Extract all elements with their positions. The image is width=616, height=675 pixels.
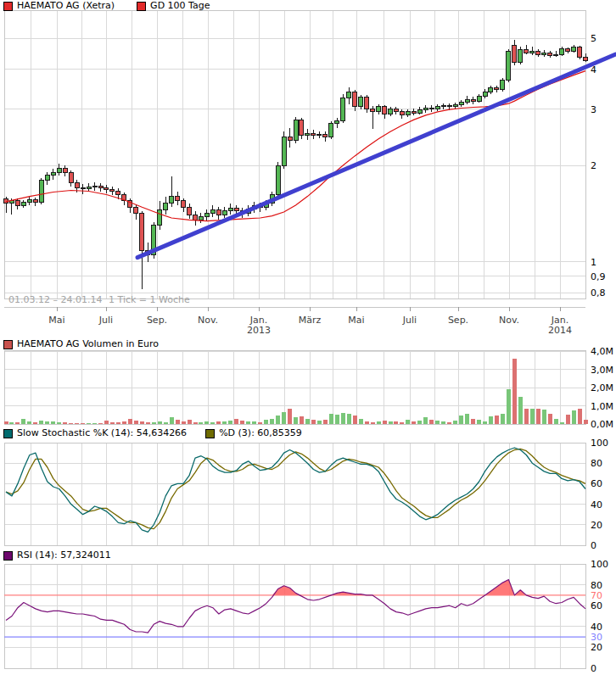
svg-text:0,8: 0,8 (591, 287, 606, 298)
price-series-label: HAEMATO AG (Xetra) (17, 1, 115, 11)
stoch-k-label: Slow Stochastic %K (14): 54,634266 (17, 428, 187, 438)
svg-text:2014: 2014 (548, 325, 572, 336)
stochastic-legend: Slow Stochastic %K (14): 54,634266 %D (3… (3, 428, 302, 438)
gd100-swatch-icon (137, 2, 146, 11)
gd100-legend-item: GD 100 Tage (137, 1, 210, 11)
svg-text:80: 80 (591, 580, 602, 591)
svg-text:4,0M: 4,0M (591, 346, 613, 357)
volume-bars (4, 359, 588, 425)
svg-text:20: 20 (591, 520, 602, 531)
stoch-d-legend-item: %D (3): 60,85359 (205, 428, 302, 438)
svg-text:Nov.: Nov. (198, 315, 218, 326)
svg-text:1 Tick = 1 Woche: 1 Tick = 1 Woche (109, 294, 190, 305)
svg-text:80: 80 (591, 458, 602, 469)
svg-text:5: 5 (591, 33, 596, 44)
svg-text:2,0M: 2,0M (591, 382, 613, 393)
svg-text:100: 100 (591, 559, 608, 570)
volume-legend-item: HAEMATO AG Volumen in Euro (3, 339, 159, 349)
svg-text:0: 0 (591, 540, 596, 551)
svg-text:01.03.12 – 24.01.14: 01.03.12 – 24.01.14 (8, 294, 102, 305)
candle-bodies (4, 45, 588, 254)
stoch-k-legend-item: Slow Stochastic %K (14): 54,634266 (3, 428, 187, 438)
rsi-pane (4, 580, 585, 638)
svg-text:70: 70 (591, 590, 602, 601)
price-series-legend-item: HAEMATO AG (Xetra) (3, 1, 115, 11)
svg-text:Nov.: Nov. (499, 315, 519, 326)
volume-label: HAEMATO AG Volumen in Euro (17, 339, 159, 349)
svg-text:1,0M: 1,0M (591, 401, 613, 412)
svg-text:30: 30 (591, 632, 602, 643)
stochastic-lines (6, 448, 585, 532)
svg-text:Mai: Mai (348, 315, 364, 326)
stoch-d-label: %D (3): 60,85359 (219, 428, 302, 438)
svg-text:3: 3 (591, 104, 596, 115)
volume-legend: HAEMATO AG Volumen in Euro (3, 339, 159, 349)
rsi-swatch-icon (3, 551, 13, 561)
time-axis (4, 307, 585, 311)
svg-text:40: 40 (591, 622, 602, 633)
axis-labels: 543210,90,84,0M3,0M2,0M1,0M0,0M100806040… (591, 33, 613, 674)
price-series-swatch-icon (3, 2, 13, 11)
svg-text:Sep.: Sep. (147, 315, 167, 326)
rsi-legend-item: RSI (14): 57,324011 (3, 550, 111, 561)
svg-text:2: 2 (591, 160, 596, 171)
time-axis-labels: MaiJuliSep.Nov.Jan.2013MärzMaiJuliSep.No… (8, 294, 572, 336)
svg-text:März: März (299, 315, 322, 326)
price-legend: HAEMATO AG (Xetra) GD 100 Tage (3, 1, 210, 11)
svg-text:0,9: 0,9 (591, 271, 606, 282)
rsi-label: RSI (14): 57,324011 (17, 550, 111, 561)
svg-text:20: 20 (591, 642, 602, 653)
svg-text:60: 60 (591, 600, 602, 611)
stoch-k-swatch-icon (3, 429, 13, 438)
svg-text:Juli: Juli (98, 315, 113, 326)
svg-text:Sep.: Sep. (448, 315, 468, 326)
svg-text:Mai: Mai (48, 315, 64, 326)
chart-stage: 543210,90,84,0M3,0M2,0M1,0M0,0M100806040… (0, 0, 616, 675)
stoch-d-swatch-icon (205, 429, 215, 438)
rsi-legend: RSI (14): 57,324011 (3, 550, 111, 561)
gd100-line (6, 71, 585, 221)
chart-canvas: 543210,90,84,0M3,0M2,0M1,0M0,0M100806040… (0, 0, 616, 675)
svg-text:100: 100 (591, 438, 608, 449)
svg-text:40: 40 (591, 499, 602, 510)
svg-text:60: 60 (591, 478, 602, 489)
gd100-label: GD 100 Tage (150, 1, 210, 11)
svg-text:0: 0 (591, 663, 596, 674)
svg-text:Juli: Juli (402, 315, 417, 326)
volume-swatch-icon (3, 340, 13, 349)
candle-wicks (6, 40, 585, 289)
trendline (137, 54, 615, 258)
svg-text:1: 1 (591, 257, 596, 268)
svg-text:0,0M: 0,0M (591, 419, 613, 430)
svg-text:3,0M: 3,0M (591, 365, 613, 376)
svg-text:2013: 2013 (247, 325, 271, 336)
